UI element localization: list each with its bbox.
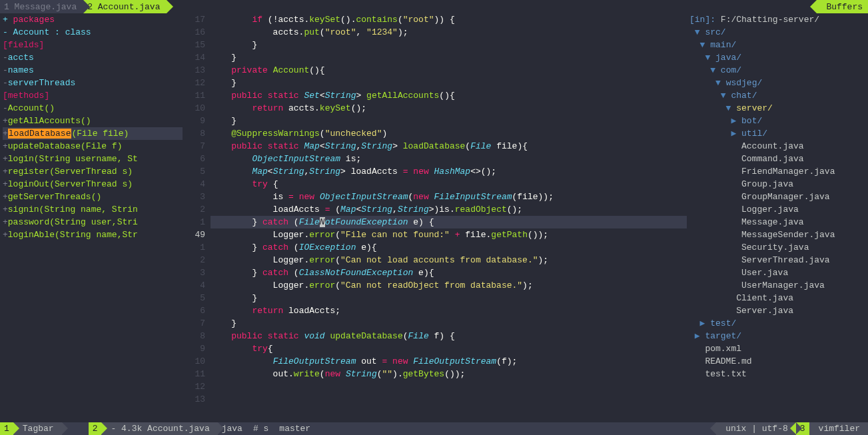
tagbar-item[interactable]: +updateDatabase(File f) <box>3 140 183 153</box>
status-encoding: unix | utf-8 <box>716 422 796 435</box>
tagbar-item[interactable]: +getServerThreads() <box>3 191 183 203</box>
tagbar-panel[interactable]: + packages- Account : class [fields] -ac… <box>0 13 185 422</box>
code-line[interactable]: loadAccts = (Map<String,String>)is.readO… <box>211 203 687 216</box>
code-line[interactable]: out.write(new String("").getBytes()); <box>211 368 687 380</box>
filetree-item[interactable]: Logger.java <box>689 203 865 216</box>
tagbar-item[interactable]: +password(String user,Stri <box>3 216 183 228</box>
status-branch-icon: # s <box>249 422 275 435</box>
filetree-item[interactable]: ▶ target/ <box>689 330 865 342</box>
main-area: + packages- Account : class [fields] -ac… <box>0 13 868 422</box>
filetree-item[interactable]: Client.java <box>689 292 865 304</box>
tab-bar: 1 Message.java2 Account.java Buffers <box>0 0 868 13</box>
tagbar-item[interactable]: +register(ServerThread s) <box>3 165 183 178</box>
tagbar-item[interactable]: +signin(String name, Strin <box>3 203 183 216</box>
filetree-item[interactable]: README.md <box>689 355 865 368</box>
code-line[interactable]: try { <box>211 178 687 191</box>
code-line[interactable]: try{ <box>211 342 687 355</box>
code-line[interactable]: is = new ObjectInputStream(new FileInput… <box>211 191 687 203</box>
filetree-item[interactable]: Message.java <box>689 216 865 228</box>
tagbar-item[interactable]: -serverThreads <box>3 77 183 89</box>
code-line[interactable]: } <box>211 292 687 304</box>
tagbar-item[interactable]: - Account : class <box>3 26 183 39</box>
code-line[interactable]: if (!accts.keySet().contains("root")) { <box>211 13 687 26</box>
code-line[interactable]: } catch (IOException e){ <box>211 241 687 254</box>
tagbar-item[interactable]: + packages <box>3 13 183 26</box>
code-line[interactable]: public static Map<String,String> loadDat… <box>211 140 687 153</box>
code-line[interactable]: Logger.error("File can not found:" + fil… <box>211 228 687 241</box>
tagbar-item[interactable]: +loginAble(String name,Str <box>3 228 183 241</box>
code-line[interactable]: public static Set<String> getAllAccounts… <box>211 89 687 102</box>
code-line[interactable]: } catch (ClassNotFoundException e){ <box>211 266 687 279</box>
tagbar-item[interactable]: [fields] <box>3 39 183 51</box>
code-line[interactable]: } <box>211 115 687 127</box>
code-line[interactable]: return loadAccts; <box>211 304 687 317</box>
editor-panel[interactable]: 1716151413121110987654321491234567891011… <box>185 13 687 422</box>
code-line[interactable]: } <box>211 77 687 89</box>
tagbar-item[interactable]: -Account() <box>3 102 183 115</box>
buffers-button[interactable]: Buffers <box>817 0 868 13</box>
filetree-header: [in]: F:/Chatting-server/ <box>689 13 865 26</box>
filetree-item[interactable]: pom.xml <box>689 342 865 355</box>
tagbar-item[interactable]: [methods] <box>3 89 183 102</box>
tagbar-item[interactable]: +getAllAccounts() <box>3 115 183 127</box>
filetree-item[interactable]: ▶ bot/ <box>689 115 865 127</box>
status-tagbar-label: Tagbar <box>13 422 62 435</box>
tagbar-item[interactable]: +loginOut(ServerThread s) <box>3 178 183 191</box>
code-line[interactable]: Logger.error("Can not readObject from da… <box>211 279 687 292</box>
filetree-item[interactable]: Security.java <box>689 241 865 254</box>
filetree-item[interactable]: test.txt <box>689 368 865 380</box>
code-line[interactable]: Logger.error("Can not load accounts from… <box>211 254 687 266</box>
filetree-item[interactable]: ▼ com/ <box>689 64 865 77</box>
status-file-info: - 4.3k Account.java <box>101 422 217 435</box>
filetree-item[interactable]: ▶ test/ <box>689 317 865 330</box>
code-line[interactable]: public static void updateDatabase(File f… <box>211 330 687 342</box>
filetree-item[interactable]: ▶ util/ <box>689 127 865 140</box>
filetree-item[interactable]: Group.java <box>689 178 865 191</box>
filetree-item[interactable]: ▼ chat/ <box>689 89 865 102</box>
code-line[interactable]: } <box>211 51 687 64</box>
filetree-item[interactable]: ▼ src/ <box>689 26 865 39</box>
filetree-item[interactable]: Server.java <box>689 304 865 317</box>
code-line[interactable]: accts.put("root", "1234"); <box>211 26 687 39</box>
tab-message-java[interactable]: 1 Message.java <box>0 0 83 13</box>
code-line[interactable]: } catch (FileNotFoundException e) { <box>211 216 687 228</box>
filetree-item[interactable]: Account.java <box>689 140 865 153</box>
filetree-item[interactable]: User.java <box>689 266 865 279</box>
filetree-item[interactable]: MessageSender.java <box>689 228 865 241</box>
filetree-item[interactable]: ServerThread.java <box>689 254 865 266</box>
filetree-item[interactable]: ▼ wsdjeg/ <box>689 77 865 89</box>
status-branch: master <box>275 422 317 435</box>
tagbar-item[interactable]: -names <box>3 64 183 77</box>
filetree-item[interactable]: ▼ java/ <box>689 51 865 64</box>
filetree-item[interactable]: ▼ server/ <box>689 102 865 115</box>
tab-account-java[interactable]: 2 Account.java <box>83 0 167 13</box>
code-line[interactable]: } <box>211 39 687 51</box>
filetree-item[interactable]: FriendManager.java <box>689 165 865 178</box>
filetree-item[interactable]: UserManager.java <box>689 279 865 292</box>
status-win-1[interactable]: 1 <box>0 422 13 435</box>
filetree-item[interactable]: GroupManager.java <box>689 191 865 203</box>
tagbar-item[interactable]: +loadDatabase(File file) <box>3 127 183 140</box>
tagbar-item[interactable]: -accts <box>3 51 183 64</box>
tagbar-item[interactable]: +login(String username, St <box>3 153 183 165</box>
filetree-item[interactable]: ▼ main/ <box>689 39 865 51</box>
status-bar: 1 Tagbar 2 - 4.3k Account.java java # s … <box>0 422 868 435</box>
code-line[interactable]: Map<String,String> loadAccts = new HashM… <box>211 165 687 178</box>
code-line[interactable]: return accts.keySet(); <box>211 102 687 115</box>
code-line[interactable]: } <box>211 317 687 330</box>
filetree-panel[interactable]: [in]: F:/Chatting-server/ ▼ src/ ▼ main/… <box>687 13 868 422</box>
code-line[interactable]: FileOutputStream out = new FileOutputStr… <box>211 355 687 368</box>
code-line[interactable]: private Account(){ <box>211 64 687 77</box>
line-gutter: 1716151413121110987654321491234567891011… <box>185 13 211 422</box>
code-area[interactable]: if (!accts.keySet().contains("root")) { … <box>211 13 687 422</box>
status-win-2[interactable]: 2 <box>89 422 102 435</box>
filetree-item[interactable]: Command.java <box>689 153 865 165</box>
status-vimfiler-label: vimfiler <box>809 422 868 435</box>
code-line[interactable]: ObjectInputStream is; <box>211 153 687 165</box>
code-line[interactable]: @SuppressWarnings("unchecked") <box>211 127 687 140</box>
